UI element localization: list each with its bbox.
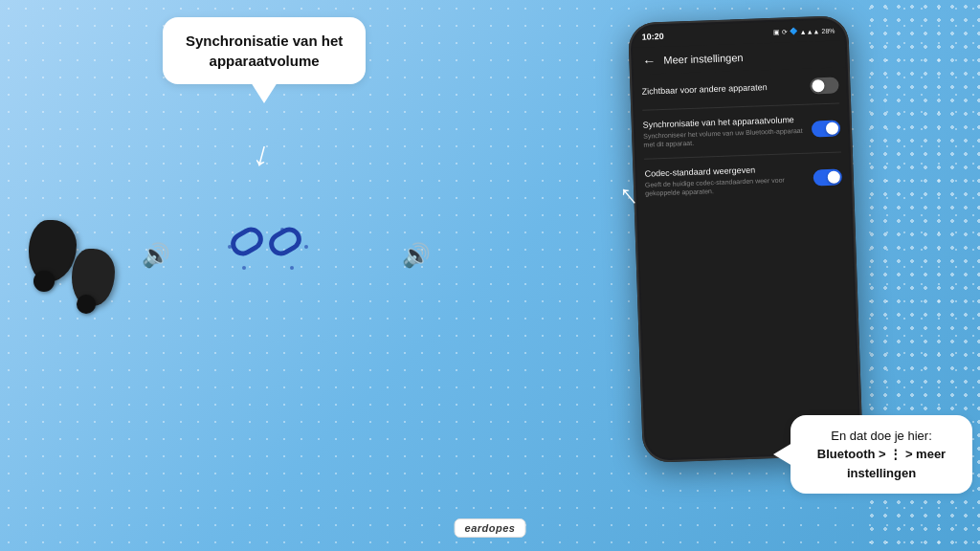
sound-icon-left: 🔊 [142,242,170,269]
setting-text-sync: Synchronisatie van het apparaatvolume Sy… [643,115,805,149]
setting-desc-codec: Geeft de huidige codec-standaarden weer … [645,175,807,198]
setting-item-codec: Codec-standaard weergeven Geeft de huidi… [644,153,843,208]
sound-icon-right: 🔊 [402,242,431,269]
arrow-down: ↓ [249,132,276,175]
phone-screen: 10:20 ▣⟳🔷▲▲▲ 28% ← Meer instellingen Zic… [632,19,859,458]
settings-list: Zichtbaar voor andere apparaten Synchron… [634,67,851,208]
svg-point-4 [242,266,246,270]
nav-title: Meer instellingen [663,52,744,66]
svg-point-5 [290,266,294,270]
bubble-br-text: En dat doe je hier: Bluetooth > ⋮ > meer… [806,427,957,483]
phone-mockup: 10:20 ▣⟳🔷▲▲▲ 28% ← Meer instellingen Zic… [628,15,863,463]
svg-point-2 [252,228,256,231]
svg-point-7 [304,245,308,249]
setting-text-codec: Codec-standaard weergeven Geeft de huidi… [644,164,806,198]
speech-bubble-top: Synchronisatie van het apparaatvolume [163,17,366,84]
status-time: 10:20 [641,32,663,42]
toggle-circle-sync [826,121,838,134]
earbud-right [72,249,115,306]
setting-title-visible: Zichtbaar voor andere apparaten [641,80,802,96]
earbuds-image [19,191,144,316]
toggle-circle-codec [828,170,840,183]
main-content: Synchronisatie van het apparaatvolume ↓ … [0,0,980,551]
toggle-circle-visible [812,79,824,92]
setting-item-sync: Synchronisatie van het apparaatvolume Sy… [642,103,841,159]
toggle-visible[interactable] [810,77,839,95]
logo-text: eardopes [465,522,516,534]
setting-desc-sync: Synchroniseer het volume van uw Bluetoot… [643,126,805,149]
svg-point-3 [280,228,284,231]
setting-text-visible: Zichtbaar voor andere apparaten [641,80,802,98]
svg-point-6 [228,245,232,249]
toggle-sync[interactable] [812,120,841,137]
toggle-codec[interactable] [813,168,843,186]
earbuds-area [19,191,144,316]
bubble-top-text: Synchronisatie van het apparaatvolume [186,31,343,71]
back-arrow-icon[interactable]: ← [642,53,657,68]
earbud-left [29,220,77,282]
status-icons: ▣⟳🔷▲▲▲ 28% [773,27,835,36]
chain-link-icon [225,215,311,301]
svg-rect-1 [268,226,302,256]
speech-bubble-br: En dat doe je hier: Bluetooth > ⋮ > meer… [791,415,972,495]
logo: eardopes [455,518,526,538]
svg-rect-0 [230,226,264,256]
